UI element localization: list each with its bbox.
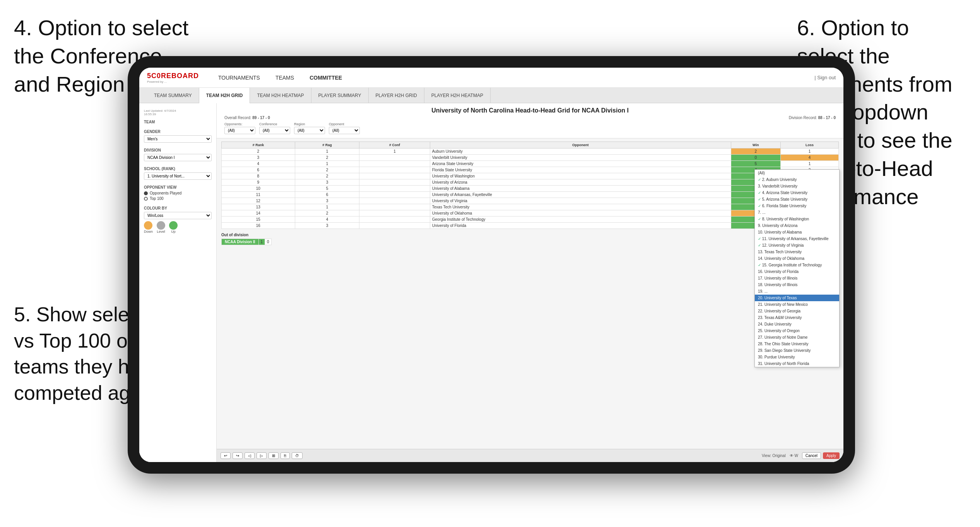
dropdown-item[interactable]: 19. ... — [755, 288, 839, 295]
app-logo: 5C0REBOARD Powered by ... — [147, 72, 199, 84]
table-row: 13 1 Texas Tech University 3 0 — [222, 204, 839, 210]
table-row: 4 1 Arizona State University 5 1 — [222, 161, 839, 167]
colour-section: Colour by Win/Loss Down Level — [144, 206, 212, 234]
subnav-team-h2h-grid[interactable]: TEAM H2H GRID — [199, 88, 250, 103]
back-button[interactable]: ◁ — [245, 452, 255, 459]
col-opponent: Opponent — [430, 142, 731, 148]
radio-dot-opponents — [144, 191, 148, 195]
dropdown-item[interactable]: 31. University of North Florida — [755, 360, 839, 367]
opponent-dropdown[interactable]: (All)2. Auburn University3. Vanderbilt U… — [754, 169, 840, 367]
subnav-player-h2h-heatmap[interactable]: PLAYER H2H HEATMAP — [424, 88, 491, 103]
dropdown-item[interactable]: 30. Purdue University — [755, 354, 839, 360]
opponents-filter-select[interactable]: (All) — [224, 127, 255, 134]
apply-button[interactable]: Apply — [823, 452, 840, 459]
colour-up: Up — [169, 221, 178, 234]
conference-filter-label: Conference — [259, 122, 290, 126]
redo-button[interactable]: ↪ — [233, 452, 243, 459]
dropdown-item[interactable]: 11. University of Arkansas, Fayetteville — [755, 235, 839, 242]
nav-tournaments[interactable]: TOURNAMENTS — [218, 75, 260, 81]
last-updated: Last Updated: 4/7/2024 16:55:39 — [144, 109, 212, 116]
nav-signout[interactable]: | Sign out — [814, 75, 836, 80]
dropdown-item[interactable]: 18. University of Illinois — [755, 281, 839, 288]
dropdown-item[interactable]: 5. Arizona State University — [755, 196, 839, 203]
copy-button[interactable]: ⊞ — [269, 452, 279, 459]
dropdown-item[interactable]: 23. Texas A&M University — [755, 314, 839, 321]
col-loss: Loss — [781, 142, 839, 148]
nav-committee[interactable]: COMMITTEE — [310, 75, 342, 81]
dropdown-item[interactable]: 6. Florida State University — [755, 203, 839, 209]
dropdown-item[interactable]: 12. University of Virginia — [755, 242, 839, 249]
dropdown-item[interactable]: 21. University of New Mexico — [755, 301, 839, 308]
dropdown-item[interactable]: 25. University of Oregon — [755, 327, 839, 334]
dropdown-item[interactable]: 27. University of Notre Dame — [755, 334, 839, 341]
opponents-filter: Opponents: (All) — [224, 122, 255, 134]
dropdown-item[interactable]: 17. University of Illinois — [755, 275, 839, 281]
undo-button[interactable]: ↩ — [221, 452, 231, 459]
radio-opponents-played[interactable]: Opponents Played — [144, 191, 212, 195]
tablet: 5C0REBOARD Powered by ... TOURNAMENTS TE… — [128, 56, 855, 474]
table-row: NCAA Division II 1 0 — [222, 239, 272, 245]
gender-select[interactable]: Men's — [144, 135, 212, 143]
radio-dot-top100 — [144, 197, 148, 201]
dropdown-item[interactable]: 29. San Diego State University — [755, 347, 839, 354]
division-select[interactable]: NCAA Division I — [144, 154, 212, 161]
out-div-table: NCAA Division II 1 0 — [221, 239, 272, 245]
colour-by-select[interactable]: Win/Loss — [144, 212, 212, 219]
subnav-player-h2h-grid[interactable]: PLAYER H2H GRID — [369, 88, 424, 103]
opponents-filter-label: Opponents: — [224, 122, 255, 126]
conference-filter-select[interactable]: (All) — [259, 127, 290, 134]
subnav-team-summary[interactable]: TEAM SUMMARY — [147, 88, 199, 103]
dropdown-item[interactable]: 10. University of Alabama — [755, 229, 839, 235]
clock-button[interactable]: ⏱ — [292, 452, 303, 459]
records: Overall Record: 89 - 17 - 0 Division Rec… — [224, 116, 836, 120]
subnav-team-h2h-heatmap[interactable]: TEAM H2H HEATMAP — [250, 88, 311, 103]
sidebar-division-section: Division NCAA Division I — [144, 148, 212, 161]
conference-filter: Conference (All) — [259, 122, 290, 134]
app-navbar: 5C0REBOARD Powered by ... TOURNAMENTS TE… — [139, 68, 843, 88]
dropdown-item[interactable]: 22. University of Georgia — [755, 308, 839, 314]
dropdown-item[interactable]: 15. Georgia Institute of Technology — [755, 262, 839, 268]
view-label: View: Original — [762, 454, 786, 458]
dropdown-item[interactable]: 16. University of Florida — [755, 268, 839, 275]
eye-icon: 👁 W — [790, 454, 798, 458]
paste-button[interactable]: ⎘ — [280, 452, 290, 459]
tablet-screen: 5C0REBOARD Powered by ... TOURNAMENTS TE… — [139, 68, 843, 462]
dropdown-item[interactable]: 13. Texas Tech University — [755, 249, 839, 255]
col-conf: # Conf — [359, 142, 430, 148]
opponent-view-section: Opponent View Opponents Played Top 100 — [144, 185, 212, 201]
region-filter: Region (All) — [294, 122, 325, 134]
nav-items: TOURNAMENTS TEAMS COMMITTEE — [218, 75, 342, 81]
dropdown-item[interactable]: 9. University of Arizona — [755, 222, 839, 229]
col-rank: # Rank — [222, 142, 295, 148]
dropdown-item[interactable]: (All) — [755, 170, 839, 176]
out-of-division: Out of division NCAA Division II 1 0 — [221, 233, 839, 245]
dropdown-item[interactable]: 8. University of Washington — [755, 216, 839, 222]
colour-by-label: Colour by — [144, 206, 212, 210]
dropdown-item[interactable]: 20. University of Texas — [755, 295, 839, 301]
region-filter-select[interactable]: (All) — [294, 127, 325, 134]
nav-teams[interactable]: TEAMS — [275, 75, 294, 81]
sub-nav: TEAM SUMMARY TEAM H2H GRID TEAM H2H HEAT… — [139, 88, 843, 103]
school-rank-select[interactable]: 1. University of Nort... — [144, 172, 212, 180]
col-win: Win — [731, 142, 780, 148]
dropdown-item[interactable]: 2. Auburn University — [755, 176, 839, 183]
dropdown-item[interactable]: 4. Arizona State University — [755, 189, 839, 196]
gender-label: Gender — [144, 130, 212, 134]
main-table: # Rank # Rag # Conf Opponent Win Loss 2 … — [221, 142, 839, 229]
dropdown-item[interactable]: 28. The Ohio State University — [755, 341, 839, 347]
panel-header: University of North Carolina Head-to-Hea… — [217, 103, 843, 138]
dropdown-item[interactable]: 24. Duke University — [755, 321, 839, 327]
forward-button[interactable]: ▷ — [257, 452, 267, 459]
dropdown-item[interactable]: 3. Vanderbilt University — [755, 183, 839, 189]
cancel-button[interactable]: Cancel — [802, 452, 821, 459]
colour-level: Level — [157, 221, 165, 234]
school-rank-label: School (Rank) — [144, 167, 212, 171]
opponent-filter-select[interactable]: (All) — [329, 127, 360, 134]
dropdown-item[interactable]: 14. University of Oklahoma — [755, 255, 839, 262]
dropdown-item[interactable]: 7. ... — [755, 209, 839, 216]
subnav-player-summary[interactable]: PLAYER SUMMARY — [311, 88, 369, 103]
division-label: Division — [144, 148, 212, 152]
table-row: 15 4 Georgia Institute of Technology 5 1 — [222, 217, 839, 223]
panel-title: University of North Carolina Head-to-Hea… — [224, 107, 836, 114]
radio-top100[interactable]: Top 100 — [144, 196, 212, 201]
